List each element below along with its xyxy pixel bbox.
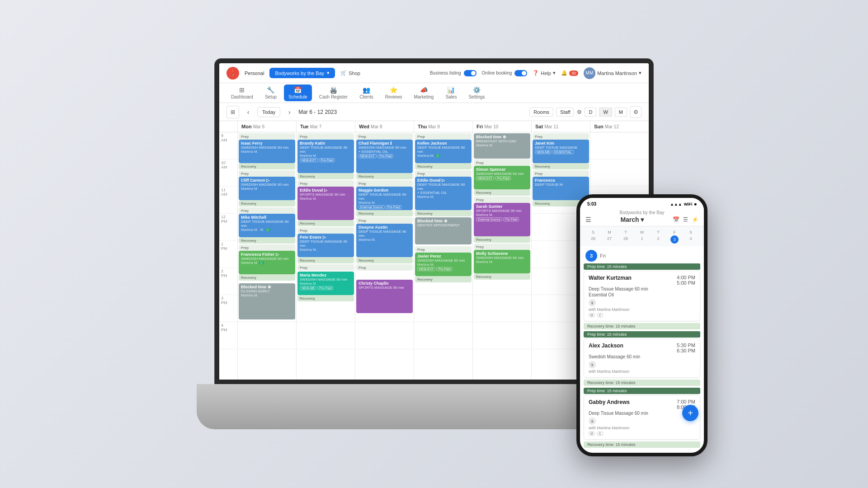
appt-wed-2[interactable]: Maggie Gordon DEEP TISSUE MASSAGE 60 min…: [356, 187, 413, 210]
cal-col-tue: Prep Brandy Katin DEEP TISSUE MASSAGE 90…: [296, 132, 355, 380]
nav-reviews[interactable]: ⭐ Reviews: [381, 84, 407, 101]
appt-fri-1[interactable]: Simon Spencer SWEDISH MASSAGE 60 min NEW…: [474, 166, 530, 189]
mini-date-26[interactable]: 26: [585, 235, 601, 244]
appt-mon-2[interactable]: Cliff Cannon ▷ SWEDISH MASSAGE 60 min Ma…: [239, 177, 295, 200]
nav-settings[interactable]: ⚙️ Settings: [464, 84, 489, 101]
help-btn[interactable]: ❓ Help ▾: [533, 70, 556, 76]
cal-header-fri: Fri Mar 10: [472, 121, 531, 132]
time-12pm: 12PM: [219, 214, 237, 241]
business-btn[interactable]: Bodyworks by the Bay ▾: [269, 68, 335, 78]
grid-view-btn[interactable]: ⊞: [226, 106, 239, 118]
appt-sat-2[interactable]: Francesca DEEP TISSUE M.: [533, 177, 589, 200]
appt-prep[interactable]: Prep: [297, 227, 354, 234]
appt-wed-3[interactable]: Dwayne Austin DEEP TISSUE MASSAGE 90 min…: [356, 224, 413, 257]
appt-prep[interactable]: Prep: [239, 244, 295, 251]
month-view-btn[interactable]: M: [615, 108, 627, 117]
date-range: Mar 6 - 12 2023: [298, 109, 337, 115]
appt-fri-3[interactable]: Molly Schiavone SWEDISH MASSAGE 60 min M…: [474, 250, 530, 273]
mobile-hamburger-icon[interactable]: ☰: [585, 216, 591, 223]
mobile-scroll-area[interactable]: 3 Fri Prep time: 15 minutes Walter Kurtz…: [580, 246, 704, 453]
day-view-btn[interactable]: D: [585, 108, 596, 117]
nav-marketing[interactable]: 📣 Marketing: [410, 84, 439, 101]
appt-thu-blocked[interactable]: Blocked time ⊗ DENTIST APPOINTMENT: [415, 217, 472, 244]
appt-prep[interactable]: Prep: [297, 264, 354, 271]
nav-clients-label: Clients: [359, 94, 373, 99]
mobile-appt-gabby[interactable]: Gabby Andrews 7:00 PM 8:00 PM Deep Tissu…: [584, 395, 700, 440]
shop-nav[interactable]: 🛒 Shop: [340, 70, 360, 76]
appt-prep[interactable]: Prep: [239, 207, 295, 214]
appt-tue-4[interactable]: Maria Mendez SWEDISH MASSAGE 60 min Mart…: [297, 272, 354, 295]
mini-date-28[interactable]: 28: [618, 235, 633, 244]
appt-prep[interactable]: Prep: [474, 160, 530, 166]
appt-prep[interactable]: Prep: [297, 180, 354, 187]
mini-date-27[interactable]: 27: [602, 235, 617, 244]
notifications-btn[interactable]: 🔔 30: [561, 70, 578, 76]
signal-icon: ▲▲▲: [670, 202, 682, 206]
online-booking-switch[interactable]: [514, 70, 527, 76]
appt-tue-1[interactable]: Brandy Katin DEEP TISSUE MASSAGE 90 min …: [297, 140, 354, 173]
prev-week-btn[interactable]: ‹: [243, 107, 254, 117]
next-week-btn[interactable]: ›: [284, 107, 295, 117]
dashboard-icon: ⊞: [239, 86, 245, 94]
mobile-prep-bar-3: Prep time: 15 minutes: [584, 388, 700, 394]
staff-btn[interactable]: Staff: [556, 108, 574, 117]
mobile-calendar-icon[interactable]: 📅: [673, 216, 679, 223]
appt-wed-1[interactable]: Chad Flannigan ℹ SWEDISH MASSAGE 90 min …: [356, 140, 413, 173]
appt-mon-4[interactable]: Francesca Fisher ▷ SWEDISH MASSAGE 60 mi…: [239, 251, 295, 274]
rooms-btn[interactable]: Rooms: [529, 108, 553, 117]
appt-sat-1[interactable]: Janet Kim DEEP TISSUE MASSAGE NEW-MBESSE…: [533, 140, 589, 163]
mobile-appt-walter[interactable]: Walter Kurtzman 4:00 PM 5:00 PM Deep Tis…: [584, 271, 700, 321]
appt-thu-1[interactable]: Kellen Jackson DEEP TISSUE MASSAGE 60 mi…: [415, 140, 472, 163]
week-view-btn[interactable]: W: [599, 108, 612, 117]
appt-prep[interactable]: Prep: [474, 244, 530, 250]
mini-date-3[interactable]: 3: [670, 235, 679, 244]
appt-mon-1[interactable]: Isaac Ferry SWEDISH MASSAGE 60 min Marti…: [239, 140, 295, 163]
avatar: MM: [584, 67, 595, 79]
appt-prep[interactable]: Prep: [474, 197, 530, 203]
appt-prep[interactable]: Prep: [356, 133, 413, 140]
appt-prep[interactable]: Prep: [297, 133, 354, 140]
mobile-business-name: Bodyworks by the Bay: [585, 210, 698, 215]
appt-tue-3[interactable]: Pete Evans ▷ DEEP TISSUE MASSAGE 60 min …: [297, 234, 354, 257]
nav-clients[interactable]: 👥 Clients: [355, 84, 378, 101]
appt-prep[interactable]: Prep: [239, 170, 295, 177]
user-menu[interactable]: MM Martina Martinson ▾: [584, 67, 642, 79]
appt-mon-3[interactable]: Mike Mitchell DEEP TISSUE MASSAGE 60 min…: [239, 214, 295, 237]
appt-thu-3[interactable]: Javier Perez SWEDISH MASSAGE 60 min Mart…: [415, 253, 472, 276]
appt-wed-4[interactable]: Christy Chaplin SPORTS MASSAGE 90 min: [356, 280, 413, 313]
nav-sales[interactable]: 📊 Sales: [441, 84, 461, 101]
appt-prep[interactable]: Prep: [356, 217, 413, 224]
mobile-fab-btn[interactable]: +: [682, 405, 698, 421]
nav-setup[interactable]: 🔧 Setup: [260, 84, 281, 101]
mobile-filter-icon[interactable]: ⚡: [692, 216, 698, 223]
mobile-appt-alex[interactable]: Alex Jackson 5:30 PM 6:30 PM Swedish Mas…: [584, 338, 700, 378]
nav-schedule[interactable]: 📅 Schedule: [284, 84, 312, 101]
appt-prep[interactable]: Prep: [415, 133, 472, 140]
mini-date-4[interactable]: 4: [683, 235, 698, 244]
nav-cash-register[interactable]: 🖨️ Cash Register: [315, 84, 352, 101]
appt-tue-2[interactable]: Eddie Duval ▷ SPORTS MASSAGE 90 min Mart…: [297, 187, 354, 220]
appt-prep[interactable]: Prep: [239, 133, 295, 140]
time-row: [473, 295, 531, 322]
appt-thu-2[interactable]: Eddie Duval ▷ DEEP TISSUE MASSAGE 60 min…: [415, 177, 472, 210]
nav-dashboard[interactable]: ⊞ Dashboard: [226, 84, 258, 101]
mini-date-1[interactable]: 1: [634, 235, 650, 244]
mobile-list-icon[interactable]: ☰: [683, 216, 688, 223]
today-btn[interactable]: Today: [257, 107, 280, 117]
mini-date-2[interactable]: 2: [651, 235, 666, 244]
appt-prep[interactable]: Prep: [356, 264, 413, 271]
appt-fri-blocked[interactable]: Blocked time ⊗ BREAKFAST WITH DAD Martin…: [474, 133, 530, 159]
appt-prep[interactable]: Prep: [415, 246, 472, 253]
cal-header-sat: Sat Mar 11: [531, 121, 590, 132]
appt-fri-2[interactable]: Sarah Sumter SPORTS MASSAGE 90 min Marti…: [474, 203, 530, 236]
laptop-wrapper: 📍 Personal Bodyworks by the Bay ▾ 🛒 Shop…: [197, 59, 671, 429]
time-11am: 11AM: [219, 187, 237, 214]
cal-settings-btn[interactable]: ⚙: [630, 106, 642, 118]
appt-prep[interactable]: Prep: [533, 133, 589, 140]
appt-prep[interactable]: Prep: [533, 170, 589, 177]
business-listing-switch[interactable]: [464, 70, 476, 76]
appt-prep[interactable]: Prep: [356, 180, 413, 187]
appt-mon-blocked[interactable]: Blocked time ⊗ CLOSING EARLY Martina M.: [239, 283, 295, 319]
mobile-month-header[interactable]: March ▾: [620, 216, 643, 223]
appt-prep[interactable]: Prep: [415, 170, 472, 177]
